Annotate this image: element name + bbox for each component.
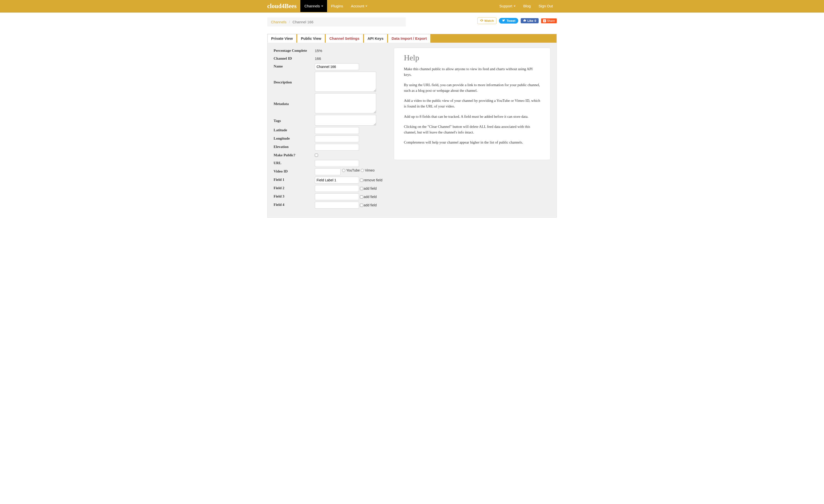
share-label: Share xyxy=(547,19,555,22)
channel-id-value: 166 xyxy=(315,56,321,61)
nav-support[interactable]: Support xyxy=(495,0,519,12)
nav-support-label: Support xyxy=(499,4,512,8)
metadata-label: Metadata xyxy=(274,101,315,106)
caret-down-icon xyxy=(366,6,367,7)
make-public-checkbox[interactable] xyxy=(315,154,318,157)
channel-id-label: Channel ID xyxy=(274,56,315,61)
field2-input[interactable] xyxy=(315,185,359,192)
help-title: Help xyxy=(404,53,540,62)
latitude-input[interactable] xyxy=(315,127,359,134)
field4-label: Field 4 xyxy=(274,202,315,207)
tab-data-import-export[interactable]: Data Import / Export xyxy=(388,34,430,43)
video-id-label: Video ID xyxy=(274,168,315,174)
field1-remove-label: remove field xyxy=(364,178,382,182)
percentage-complete-label: Percentage Complete xyxy=(274,47,315,53)
make-public-label: Make Public? xyxy=(274,152,315,157)
field3-label: Field 3 xyxy=(274,193,315,199)
caret-down-icon xyxy=(321,6,323,7)
video-youtube-label: YouTube xyxy=(346,168,360,172)
field1-label: Field 1 xyxy=(274,177,315,182)
like-button[interactable]: Like 0 xyxy=(521,18,539,23)
url-input[interactable] xyxy=(315,160,359,167)
field4-input[interactable] xyxy=(315,202,359,209)
metadata-input[interactable] xyxy=(315,93,376,113)
nav-channels-label: Channels xyxy=(304,4,320,8)
description-input[interactable] xyxy=(315,72,376,92)
caret-down-icon xyxy=(514,6,516,7)
video-vimeo-radio[interactable] xyxy=(361,169,364,172)
help-paragraph: Add up to 8 fields that can be tracked. … xyxy=(404,114,540,119)
nav-plugins[interactable]: Plugins xyxy=(327,0,347,12)
elevation-label: Elevation xyxy=(274,144,315,149)
breadcrumb-root[interactable]: Channels xyxy=(271,20,286,24)
latitude-label: Latitude xyxy=(274,127,315,132)
field4-add-checkbox[interactable] xyxy=(360,204,363,207)
field4-add-label: add field xyxy=(364,203,377,207)
help-paragraph: Clicking on the "Clear Channel" button w… xyxy=(404,124,540,135)
help-paragraph: Add a video to the public view of your c… xyxy=(404,98,540,109)
longitude-label: Longitude xyxy=(274,135,315,140)
field1-remove-checkbox[interactable] xyxy=(360,179,363,182)
like-label: Like xyxy=(527,19,533,22)
share-button[interactable]: + Share xyxy=(541,18,557,23)
elevation-input[interactable] xyxy=(315,144,359,150)
nav-channels[interactable]: Channels xyxy=(300,0,327,12)
like-count: 0 xyxy=(534,19,536,22)
help-paragraph: Make this channel public to allow anyone… xyxy=(404,66,540,78)
twitter-icon xyxy=(502,19,505,22)
field1-input[interactable] xyxy=(315,177,359,184)
brand-logo[interactable]: cloud4Bees xyxy=(267,0,300,12)
plus-icon: + xyxy=(543,19,546,22)
video-youtube-radio[interactable] xyxy=(342,169,345,172)
tweet-label: Tweet xyxy=(507,19,515,22)
field3-add-label: add field xyxy=(364,195,377,199)
tags-label: Tags xyxy=(274,118,315,123)
tab-public-view[interactable]: Public View xyxy=(297,34,325,43)
nav-account[interactable]: Account xyxy=(347,0,371,12)
name-label: Name xyxy=(274,63,315,69)
tweet-button[interactable]: Tweet xyxy=(499,18,518,23)
nav-account-label: Account xyxy=(351,4,364,8)
tab-channel-settings[interactable]: Channel Settings xyxy=(326,34,363,43)
top-navbar: cloud4Bees Channels Plugins Account Supp… xyxy=(0,0,824,12)
field2-add-label: add field xyxy=(364,187,377,190)
video-vimeo-label: Vimeo xyxy=(365,168,375,172)
nav-blog[interactable]: Blog xyxy=(519,0,535,12)
url-label: URL xyxy=(274,160,315,165)
help-paragraph: Completeness will help your channel appe… xyxy=(404,139,540,145)
field2-label: Field 2 xyxy=(274,185,315,190)
video-id-input[interactable] xyxy=(315,168,340,175)
help-paragraph: By using the URL field, you can provide … xyxy=(404,82,540,94)
percentage-complete-value: 15% xyxy=(315,47,322,53)
field2-add-checkbox[interactable] xyxy=(360,187,363,190)
longitude-input[interactable] xyxy=(315,135,359,142)
eye-icon xyxy=(480,19,484,23)
breadcrumb-current: Channel 166 xyxy=(293,20,313,24)
watch-label: Watch xyxy=(484,19,494,22)
tabs: Private View Public View Channel Setting… xyxy=(267,34,557,43)
tab-private-view[interactable]: Private View xyxy=(268,34,296,43)
breadcrumb: Channels / Channel 166 xyxy=(267,17,406,26)
field3-add-checkbox[interactable] xyxy=(360,195,363,199)
help-panel: Help Make this channel public to allow a… xyxy=(394,47,550,160)
breadcrumb-separator: / xyxy=(288,20,292,24)
tab-api-keys[interactable]: API Keys xyxy=(364,34,387,43)
name-input[interactable] xyxy=(315,63,359,70)
thumbs-up-icon xyxy=(523,19,526,22)
nav-signout[interactable]: Sign Out xyxy=(535,0,557,12)
watch-button[interactable]: Watch xyxy=(477,17,497,24)
field3-input[interactable] xyxy=(315,193,359,200)
tags-input[interactable] xyxy=(315,115,376,126)
description-label: Description xyxy=(274,79,315,84)
